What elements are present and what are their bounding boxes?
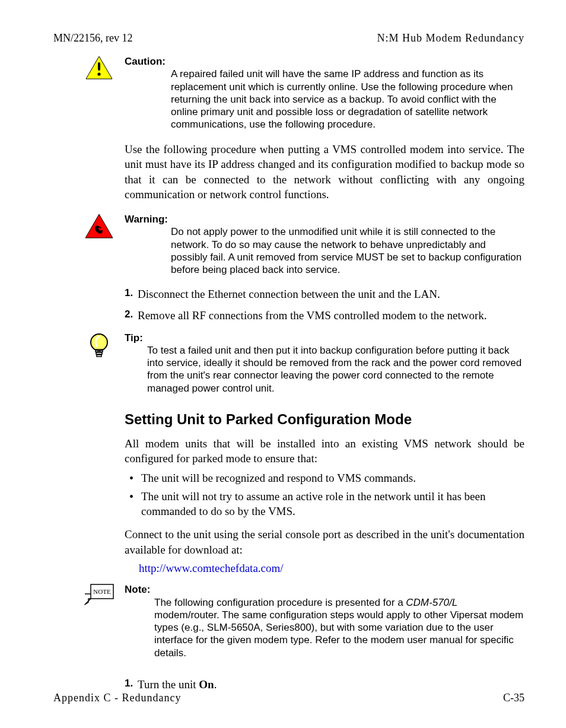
note-text: The following configuration procedure is… [154, 596, 524, 659]
footer-left: Appendix C - Redundancy [53, 692, 181, 704]
connect-paragraph: Connect to the unit using the serial con… [125, 527, 524, 557]
bullet-1: The unit will be recognized and respond … [125, 471, 524, 486]
tip-text: To test a failed unit and then put it in… [147, 344, 524, 395]
note-label: Note: [125, 584, 150, 595]
procedure-steps: 1. Disconnect the Ethernet connection be… [125, 287, 524, 323]
step-1-number: 1. [125, 287, 133, 300]
caution-block: Caution: A repaired failed unit will hav… [125, 55, 524, 131]
tip-label: Tip: [125, 332, 143, 344]
procedure-steps-b: 1. Turn the unit On. [125, 677, 524, 692]
step-b1-number: 1. [125, 677, 133, 691]
step-2-number: 2. [125, 308, 133, 322]
note-model: CDM-570/L [406, 597, 457, 608]
page-footer: Appendix C - Redundancy C-35 [53, 692, 524, 704]
header-right: N:M Hub Modem Redundancy [377, 32, 524, 44]
caution-icon [83, 55, 115, 80]
note-icon-text: NOTE [93, 588, 111, 595]
note-block: NOTE Note: The following configuration p… [125, 583, 524, 659]
note-icon: NOTE [83, 583, 115, 606]
svg-point-2 [97, 72, 100, 75]
section-heading-parked: Setting Unit to Parked Configuration Mod… [125, 411, 524, 428]
header-left: MN/22156, rev 12 [53, 32, 133, 44]
svg-rect-1 [98, 62, 100, 71]
tip-icon [83, 332, 115, 363]
tip-block: Tip: To test a failed unit and then put … [125, 332, 524, 395]
step-2-text: Remove all RF connections from the VMS c… [138, 309, 487, 322]
svg-marker-3 [85, 214, 113, 238]
intro-paragraph: Use the following procedure when putting… [125, 142, 524, 203]
step-b1-text: Turn the unit On. [138, 678, 217, 691]
footer-right: C-35 [503, 692, 524, 704]
parked-bullets: The unit will be recognized and respond … [125, 471, 524, 519]
step-1: 1. Disconnect the Ethernet connection be… [125, 287, 524, 302]
warning-block: Warning: Do not apply power to the unmod… [125, 213, 524, 276]
warning-icon [83, 213, 115, 239]
step-2: 2. Remove all RF connections from the VM… [125, 308, 524, 323]
section-intro: All modem units that will be installed i… [125, 436, 524, 466]
step-b1: 1. Turn the unit On. [125, 677, 524, 692]
step-1-text: Disconnect the Ethernet connection betwe… [138, 288, 440, 300]
caution-text: A repaired failed unit will have the sam… [171, 68, 524, 131]
download-link[interactable]: http://www.comtechefdata.com/ [139, 562, 524, 575]
warning-label: Warning: [125, 214, 168, 225]
warning-text: Do not apply power to the unmodified uni… [171, 225, 524, 276]
bullet-2: The unit will not try to assume an activ… [125, 489, 524, 519]
caution-label: Caution: [125, 56, 166, 67]
running-header: MN/22156, rev 12 N:M Hub Modem Redundanc… [53, 32, 524, 44]
